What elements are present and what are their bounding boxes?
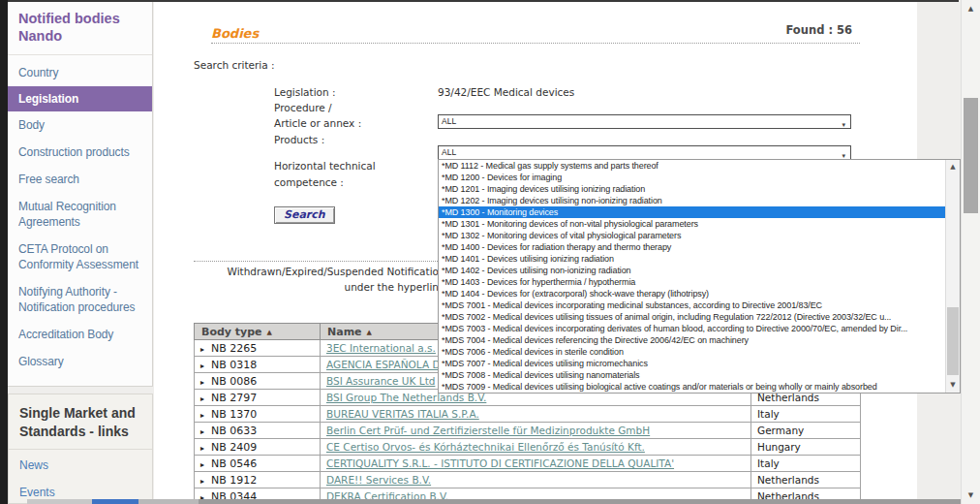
dropdown-option[interactable]: *MDS 7009 - Medical devices utilising bi… xyxy=(439,381,945,393)
dropdown-option[interactable]: *MDS 7002 - Medical devices utilising ti… xyxy=(439,311,945,323)
sort-asc-icon[interactable]: ▲ xyxy=(267,329,272,336)
article-annex-select-value: ALL xyxy=(442,116,456,126)
sidebar-links-title: Single Market and Standards - links xyxy=(9,394,152,445)
dropdown-option[interactable]: *MD 1202 - Imaging devices utilising non… xyxy=(439,195,945,206)
page-scrollbar-thumb[interactable] xyxy=(964,98,978,213)
name-cell: DARE!! Services B.V. xyxy=(321,472,751,488)
sidebar-title: Notified bodies Nando xyxy=(8,2,152,48)
row-expand-icon[interactable]: ▸ xyxy=(200,444,204,453)
sidebar-item[interactable]: Glossary xyxy=(8,348,152,375)
sidebar: Notified bodies Nando CountryLegislation… xyxy=(8,2,153,387)
scroll-up-icon[interactable]: ▲ xyxy=(946,161,960,173)
row-expand-icon[interactable]: ▸ xyxy=(200,378,204,387)
table-row: ▸NB 1370 BUREAU VERITAS ITALIA S.P.A. It… xyxy=(195,406,861,423)
found-count: Found : 56 xyxy=(785,23,852,37)
row-expand-icon[interactable]: ▸ xyxy=(200,411,204,420)
sidebar-item[interactable]: Mutual Recognition Agreements xyxy=(8,193,152,236)
page-title: Bodies xyxy=(211,26,259,41)
dropdown-option[interactable]: *MD 1401 - Devices utilising ionizing ra… xyxy=(439,253,945,265)
dropdown-option[interactable]: *MDS 7003 - Medical devices incorporatin… xyxy=(439,323,945,334)
products-dropdown-options: *MD 1112 - Medical gas supply systems an… xyxy=(439,160,945,393)
dropdown-option[interactable]: *MDS 7008 - Medical devices utilising na… xyxy=(439,369,945,381)
legislation-value: 93/42/EEC Medical devices xyxy=(438,86,574,98)
dropdown-option[interactable]: *MDS 7006 - Medical devices in sterile c… xyxy=(439,346,945,358)
dropdown-option[interactable]: *MDS 7001 - Medical devices incorporatin… xyxy=(439,299,945,311)
sidebar-item[interactable]: Free search xyxy=(8,166,152,193)
dropdown-option[interactable]: *MD 1200 - Devices for imaging xyxy=(439,172,945,183)
procedure-label-line2: Article or annex : xyxy=(274,117,361,129)
products-dropdown-list: *MD 1112 - Medical gas supply systems an… xyxy=(438,159,961,394)
sidebar-item[interactable]: Body xyxy=(8,111,152,139)
body-name-link[interactable]: BSI Assurance UK Ltd xyxy=(326,375,435,387)
bottom-bar xyxy=(8,499,961,504)
row-expand-icon[interactable]: ▸ xyxy=(200,362,204,370)
row-expand-icon[interactable]: ▸ xyxy=(200,460,204,469)
sidebar-links-box: Single Market and Standards - links News… xyxy=(8,394,153,504)
products-select[interactable]: ALL ▾ xyxy=(438,145,851,160)
dropdown-option[interactable]: *MD 1302 - Monitoring devices of vital p… xyxy=(439,230,945,241)
body-type-cell: ▸NB 2265 xyxy=(195,340,321,357)
sort-asc-icon[interactable]: ▲ xyxy=(367,329,372,336)
body-name-link[interactable]: 3EC International a.s. xyxy=(326,342,436,354)
table-row: ▸NB 0546 CERTIQUALITY S.R.L. - ISTITUTO … xyxy=(195,456,861,472)
products-label: Products : xyxy=(274,134,324,145)
scroll-down-icon[interactable]: ▼ xyxy=(946,379,960,392)
dropdown-option[interactable]: *MDS 7007 - Medical devices utilising mi… xyxy=(439,358,945,369)
legislation-label: Legislation : xyxy=(274,86,336,98)
sidebar-item[interactable]: Legislation xyxy=(8,86,152,111)
window-left-edge xyxy=(0,0,8,504)
sidebar-links-divider xyxy=(9,449,152,450)
dropdown-scrollbar[interactable]: ▲ ▼ xyxy=(945,160,960,393)
country-cell: Netherlands xyxy=(751,472,861,488)
country-cell: Hungary xyxy=(751,439,861,456)
dropdown-option[interactable]: *MD 1301 - Monitoring devices of non-vit… xyxy=(439,218,945,230)
country-cell: Germany xyxy=(751,423,861,439)
sidebar-nav: CountryLegislationBodyConstruction produ… xyxy=(8,59,152,375)
sidebar-link-item[interactable]: News xyxy=(9,452,152,479)
row-expand-icon[interactable]: ▸ xyxy=(200,477,204,486)
column-header-body-type[interactable]: Body type▲ xyxy=(195,324,321,340)
dropdown-option[interactable]: *MD 1402 - Devices utilising non-ionizin… xyxy=(439,265,945,276)
body-type-cell: ▸NB 0086 xyxy=(195,373,321,390)
dropdown-scrollbar-thumb[interactable] xyxy=(947,307,959,375)
dropdown-option[interactable]: *MD 1112 - Medical gas supply systems an… xyxy=(439,160,945,172)
body-type-cell: ▸NB 0318 xyxy=(195,357,321,373)
dropdown-option[interactable]: *MDS 7004 - Medical devices referencing … xyxy=(439,334,945,346)
dropdown-option[interactable]: *MD 1403 - Devices for hyperthermia / hy… xyxy=(439,276,945,288)
sidebar-item[interactable]: CETA Protocol on Conformity Assessment xyxy=(8,236,152,278)
sidebar-item[interactable]: Construction products xyxy=(8,139,152,166)
dropdown-option[interactable]: *MD 1300 - Monitoring devices xyxy=(439,206,945,218)
window-top-edge xyxy=(0,0,959,2)
body-name-link[interactable]: BUREAU VERITAS ITALIA S.P.A. xyxy=(326,408,479,420)
sidebar-item[interactable]: Country xyxy=(8,59,152,86)
bottom-bar-active-segment xyxy=(92,499,138,504)
scroll-down-icon[interactable]: ▼ xyxy=(962,488,980,502)
row-expand-icon[interactable]: ▸ xyxy=(200,345,204,354)
sidebar-divider xyxy=(8,54,152,55)
body-name-link[interactable]: DARE!! Services B.V. xyxy=(326,474,431,486)
search-criteria-label: Search criteria : xyxy=(194,59,275,71)
body-name-link[interactable]: CE Certiso Orvos- és Kórháztechnikai Ell… xyxy=(326,441,645,453)
body-name-link[interactable]: CERTIQUALITY S.R.L. - ISTITUTO DI CERTIF… xyxy=(326,457,674,469)
body-name-link[interactable]: Berlin Cert Prüf- und Zertifizierstelle … xyxy=(326,425,650,436)
row-expand-icon[interactable]: ▸ xyxy=(200,427,204,436)
dropdown-option[interactable]: *MD 1400 - Devices for radiation therapy… xyxy=(439,241,945,253)
body-type-cell: ▸NB 2409 xyxy=(195,439,321,456)
row-expand-icon[interactable]: ▸ xyxy=(200,394,204,403)
body-type-cell: ▸NB 0546 xyxy=(195,456,321,472)
scroll-up-icon[interactable]: ▲ xyxy=(962,2,980,16)
page-scrollbar[interactable]: ▲ ▼ xyxy=(961,0,980,504)
bottom-bar-segment xyxy=(138,499,199,504)
name-cell: CE Certiso Orvos- és Kórháztechnikai Ell… xyxy=(321,439,751,456)
dropdown-option[interactable]: *MD 1404 - Devices for (extracorporal) s… xyxy=(439,288,945,299)
country-cell: Italy xyxy=(751,406,861,423)
dropdown-option[interactable]: *MD 1201 - Imaging devices utilising ion… xyxy=(439,183,945,195)
body-type-cell: ▸NB 0633 xyxy=(195,423,321,439)
article-annex-select[interactable]: ALL ▾ xyxy=(438,114,851,129)
sidebar-item[interactable]: Notifying Authority - Notification proce… xyxy=(8,278,152,321)
withdrawn-notice: Withdrawn/Expired/Suspended Notificatio … xyxy=(194,264,439,295)
withdrawn-notice-line1: Withdrawn/Expired/Suspended Notificatio xyxy=(194,264,439,279)
sidebar-item[interactable]: Accreditation Body xyxy=(8,321,152,348)
search-button[interactable]: Search xyxy=(274,206,335,224)
bottom-bar-segment xyxy=(27,499,92,504)
